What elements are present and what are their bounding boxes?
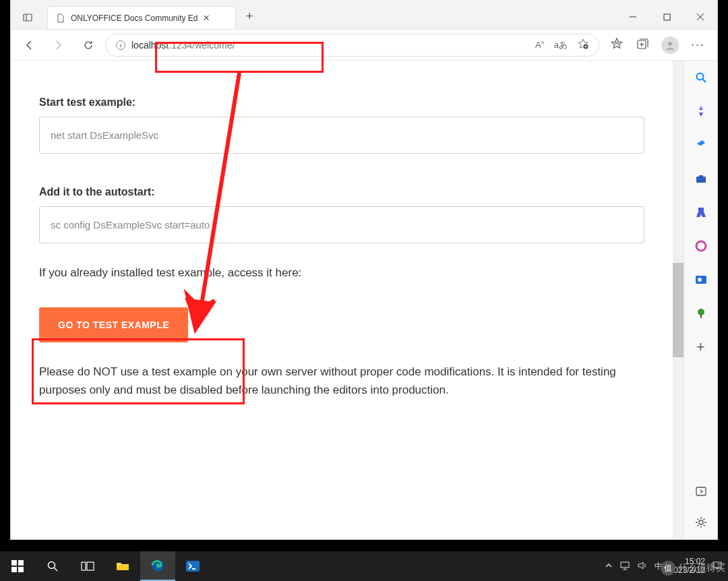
translate-icon[interactable]: aあ [554, 39, 568, 51]
forward-button[interactable] [46, 34, 71, 56]
search-button[interactable] [35, 551, 70, 581]
powershell-icon [185, 560, 200, 572]
new-tab-button[interactable]: + [236, 6, 263, 29]
tray-expand-icon[interactable] [605, 561, 613, 572]
svg-point-37 [49, 562, 55, 569]
svg-rect-3 [664, 14, 670, 20]
page-content: running correctly. Start test example: n… [11, 61, 673, 539]
sidebar-collapse-icon[interactable] [694, 484, 708, 499]
tray-volume-icon[interactable] [637, 561, 648, 572]
sidebar-tree-icon[interactable] [694, 306, 708, 321]
sidebar-add-icon[interactable]: + [694, 340, 708, 355]
svg-rect-35 [11, 567, 17, 572]
close-window-button[interactable] [684, 5, 717, 29]
svg-rect-22 [699, 175, 703, 177]
task-view-button[interactable] [70, 551, 105, 581]
svg-rect-0 [24, 14, 32, 21]
powershell-button[interactable] [175, 551, 210, 581]
go-to-test-example-button[interactable]: GO TO TEST EXAMPLE [39, 307, 188, 342]
explorer-button[interactable] [105, 551, 140, 581]
tray-date: 2023/2/12 [669, 566, 705, 575]
favorite-icon[interactable] [577, 38, 589, 52]
refresh-icon [82, 39, 94, 51]
profile-button[interactable] [661, 36, 679, 54]
svg-rect-44 [621, 562, 629, 568]
scrollbar[interactable] [673, 61, 684, 539]
edge-sidebar: + [684, 61, 717, 539]
svg-point-18 [696, 73, 703, 80]
already-installed-text: If you already installed test example, a… [39, 264, 644, 282]
toolbar: localhost:1234/welcome/ A» aあ ··· [11, 30, 717, 61]
start-test-heading: Start test example: [39, 96, 644, 109]
start-test-command-box[interactable]: net start DsExampleSvc [39, 117, 644, 154]
folder-icon [116, 561, 129, 572]
maximize-icon [663, 13, 671, 21]
more-button[interactable]: ··· [691, 38, 705, 52]
svg-point-20 [698, 145, 700, 147]
svg-point-25 [698, 278, 702, 282]
refresh-button[interactable] [75, 34, 101, 56]
maximize-button[interactable] [650, 5, 684, 29]
svg-point-26 [698, 309, 704, 315]
sidebar-search-icon[interactable] [694, 70, 708, 85]
tab-actions-icon [22, 12, 33, 23]
svg-rect-43 [186, 561, 200, 572]
svg-line-38 [55, 568, 58, 572]
svg-rect-39 [82, 562, 86, 570]
site-info-icon[interactable] [115, 40, 126, 51]
tray-network-icon[interactable] [619, 561, 630, 572]
window-controls [616, 5, 717, 29]
minimize-icon [629, 13, 637, 21]
search-icon [47, 560, 59, 572]
tab-title: ONLYOFFICE Docs Community Ed [71, 13, 198, 23]
sidebar-settings-icon[interactable] [694, 515, 708, 530]
edge-button[interactable] [140, 551, 175, 581]
taskview-icon [81, 560, 94, 572]
tab-close-icon[interactable]: × [203, 12, 209, 24]
sidebar-office-icon[interactable] [694, 239, 708, 253]
warning-text: Please do NOT use a test example on your… [39, 363, 644, 399]
back-icon [23, 39, 35, 51]
svg-rect-47 [713, 562, 721, 568]
close-icon [696, 13, 704, 21]
forward-icon [53, 39, 65, 51]
minimize-button[interactable] [616, 5, 650, 29]
svg-rect-41 [117, 565, 129, 570]
titlebar: ONLYOFFICE Docs Community Ed × + [11, 0, 717, 30]
tray-notifications-icon[interactable] [712, 561, 723, 572]
windows-icon [11, 560, 24, 572]
sidebar-shopping-icon[interactable] [694, 137, 708, 152]
sidebar-outlook-icon[interactable] [694, 272, 708, 287]
read-aloud-icon[interactable]: A» [535, 39, 545, 50]
browser-tab[interactable]: ONLYOFFICE Docs Community Ed × [47, 6, 236, 29]
svg-point-17 [668, 42, 672, 46]
autostart-command-box[interactable]: sc config DsExampleSvc start=auto [39, 206, 644, 243]
sidebar-tools-icon[interactable] [694, 171, 708, 186]
svg-rect-28 [696, 487, 706, 495]
autostart-heading: Add it to the autostart: [39, 186, 644, 198]
address-bar[interactable]: localhost:1234/welcome/ A» aあ [105, 34, 599, 57]
edge-icon [150, 558, 165, 573]
svg-rect-33 [11, 560, 17, 565]
back-button[interactable] [16, 34, 42, 56]
collections-button[interactable] [636, 37, 649, 53]
user-icon [665, 40, 675, 51]
tab-actions-button[interactable] [11, 6, 44, 29]
svg-line-19 [702, 80, 706, 83]
svg-point-29 [699, 520, 703, 524]
tray-clock[interactable]: 15:02 2023/2/12 [669, 557, 705, 575]
browser-window: ONLYOFFICE Docs Community Ed × + [11, 0, 717, 539]
url-text: localhost:1234/welcome/ [131, 40, 235, 51]
sidebar-games-icon[interactable] [694, 205, 708, 220]
start-button[interactable] [0, 551, 35, 581]
svg-point-23 [696, 241, 706, 251]
svg-rect-34 [18, 560, 24, 565]
tray-ime[interactable]: 中 [655, 561, 663, 572]
scrollbar-thumb[interactable] [673, 263, 684, 357]
favorites-button[interactable] [610, 37, 624, 53]
toolbar-actions: ··· [603, 36, 712, 54]
sidebar-discover-icon[interactable] [694, 104, 708, 119]
taskbar: 中 15:02 2023/2/12 [0, 551, 728, 581]
system-tray: 中 15:02 2023/2/12 [605, 557, 728, 575]
svg-rect-27 [700, 315, 702, 318]
